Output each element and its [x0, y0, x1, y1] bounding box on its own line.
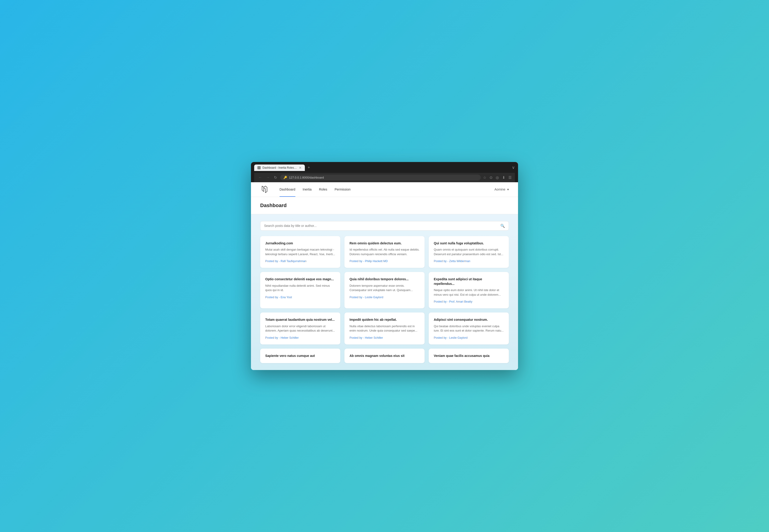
- post-excerpt-4: Dolorem tempore aspernatur esse omnis. C…: [349, 283, 420, 292]
- post-excerpt-8: Qui beatae doloribus unde voluptas eveni…: [434, 324, 504, 333]
- refresh-button[interactable]: ↻: [273, 175, 278, 180]
- post-title-6: Totam quaerat laudantium quia nostrum ve…: [265, 318, 335, 322]
- tab-favicon: [257, 166, 261, 169]
- post-author-5[interactable]: Posted by - Prof. Amari Beatty: [434, 300, 504, 303]
- post-title-5: Expedita sunt adipisci ut itaque repelle…: [434, 277, 504, 286]
- window-chevron: ∨: [512, 165, 515, 170]
- extensions-icon[interactable]: ⬇: [502, 175, 505, 180]
- user-name: Aomine: [495, 188, 505, 191]
- post-title-0: Jurnalkoding.com: [265, 241, 335, 246]
- post-title-9: Sapiente vero natus cumque aut: [265, 354, 335, 358]
- new-tab-button[interactable]: +: [306, 164, 312, 171]
- post-title-10: Ab omnis magnam voluntas eius sit: [349, 354, 420, 358]
- page-header: Dashboard: [251, 197, 518, 214]
- post-title-2: Qui sunt nulla fuga voluptatibus.: [434, 241, 504, 246]
- active-tab[interactable]: Dashboard - Inertia Roles Permissio... ✕: [254, 165, 305, 171]
- post-card-3[interactable]: Optio consectetur deleniti eaque eos mag…: [260, 272, 340, 308]
- url-text: 127.0.0.1:8000/dashboard: [289, 176, 478, 179]
- user-dropdown-icon: ▾: [507, 188, 509, 191]
- browser-chrome: Dashboard - Inertia Roles Permissio... ✕…: [251, 162, 518, 182]
- search-input[interactable]: [264, 224, 500, 228]
- post-card-11[interactable]: Veniam quae facilis accusamus quia: [429, 349, 509, 363]
- address-bar-row: ← → ↻ 🔑 127.0.0.1:8000/dashboard ☆ ⊙ ◎ ⬇…: [254, 173, 515, 182]
- browser-tabs: Dashboard - Inertia Roles Permissio... ✕…: [254, 164, 312, 171]
- post-title-3: Optio consectetur deleniti eaque eos mag…: [265, 277, 335, 282]
- nav-link-dashboard[interactable]: Dashboard: [276, 182, 299, 197]
- app-logo: [260, 185, 269, 194]
- security-icon: 🔑: [283, 176, 287, 179]
- post-card-9[interactable]: Sapiente vero natus cumque aut: [260, 349, 340, 363]
- post-author-6[interactable]: Posted by - Heber Schiller: [265, 336, 335, 339]
- pocket-icon[interactable]: ⊙: [490, 175, 493, 180]
- post-author-0[interactable]: Posted by - Rafi Taufiqurrahman: [265, 260, 335, 263]
- post-author-1[interactable]: Posted by - Philip Hackett MD: [349, 260, 420, 263]
- browser-toolbar-icons: ☆ ⊙ ◎ ⬇ ☰: [483, 175, 512, 180]
- post-card-5[interactable]: Expedita sunt adipisci ut itaque repelle…: [429, 272, 509, 308]
- post-card-10[interactable]: Ab omnis magnam voluntas eius sit: [344, 349, 425, 363]
- post-excerpt-1: Id repellendus officiis vel. Ab nulla se…: [349, 247, 420, 256]
- post-card-7[interactable]: Impedit quidem hic ab repellat. Nulla vi…: [344, 312, 425, 344]
- url-bar[interactable]: 🔑 127.0.0.1:8000/dashboard: [280, 175, 481, 180]
- nav-links: Dashboard Inertia Roles Permission: [276, 182, 354, 197]
- post-excerpt-2: Quam omnis et quisquam sunt doloribus co…: [434, 247, 504, 256]
- post-title-7: Impedit quidem hic ab repellat.: [349, 318, 420, 322]
- post-author-7[interactable]: Posted by - Heber Schiller: [349, 336, 420, 339]
- search-bar[interactable]: 🔍: [260, 221, 509, 231]
- post-excerpt-5: Neque optio eum dolor animi. Ut nihil is…: [434, 288, 504, 297]
- search-icon: 🔍: [500, 224, 505, 228]
- bookmark-icon[interactable]: ☆: [483, 175, 486, 180]
- tab-title: Dashboard - Inertia Roles Permissio...: [262, 166, 297, 169]
- user-menu[interactable]: Aomine ▾: [495, 188, 509, 191]
- post-excerpt-6: Laboriosam dolor error eligendi laborios…: [265, 324, 335, 333]
- account-icon[interactable]: ◎: [496, 175, 499, 180]
- post-card-0[interactable]: Jurnalkoding.com Mulai asah skill dengan…: [260, 236, 340, 268]
- post-excerpt-7: Nulla vitae delectus laboriosam perferen…: [349, 324, 420, 333]
- nav-link-inertia[interactable]: Inertia: [299, 182, 315, 197]
- app-content: Dashboard Inertia Roles Permission Aomin…: [251, 182, 518, 370]
- post-title-1: Rem omnis quidem delectus eum.: [349, 241, 420, 246]
- post-card-1[interactable]: Rem omnis quidem delectus eum. Id repell…: [344, 236, 425, 268]
- post-author-4[interactable]: Posted by - Leslie Gaylord: [349, 296, 420, 299]
- post-card-2[interactable]: Qui sunt nulla fuga voluptatibus. Quam o…: [429, 236, 509, 268]
- post-title-4: Quia nihil doloribus tempore dolores...: [349, 277, 420, 282]
- post-card-6[interactable]: Totam quaerat laudantium quia nostrum ve…: [260, 312, 340, 344]
- page-title: Dashboard: [260, 202, 509, 208]
- post-card-4[interactable]: Quia nihil doloribus tempore dolores... …: [344, 272, 425, 308]
- main-content: 🔍 Jurnalkoding.com Mulai asah skill deng…: [251, 214, 518, 370]
- post-author-8[interactable]: Posted by - Leslie Gaylord: [434, 336, 504, 339]
- post-title-11: Veniam quae facilis accusamus quia: [434, 354, 504, 358]
- post-title-8: Adipisci sint consequatur nostrum.: [434, 318, 504, 322]
- back-button[interactable]: ←: [257, 175, 263, 180]
- post-excerpt-0: Mulai asah skill dengan berbagai macam t…: [265, 247, 335, 256]
- post-author-2[interactable]: Posted by - Zetta Wilderman: [434, 260, 504, 263]
- tab-close-button[interactable]: ✕: [299, 166, 301, 169]
- nav-left: Dashboard Inertia Roles Permission: [260, 182, 354, 197]
- forward-button[interactable]: →: [265, 175, 271, 180]
- top-nav: Dashboard Inertia Roles Permission Aomin…: [251, 182, 518, 197]
- nav-link-permission[interactable]: Permission: [331, 182, 354, 197]
- window-controls: ∨: [512, 165, 515, 170]
- post-card-8[interactable]: Adipisci sint consequatur nostrum. Qui b…: [429, 312, 509, 344]
- menu-icon[interactable]: ☰: [508, 175, 512, 180]
- post-author-3[interactable]: Posted by - Ena Yost: [265, 296, 335, 299]
- posts-grid: Jurnalkoding.com Mulai asah skill dengan…: [260, 236, 509, 363]
- browser-window: Dashboard - Inertia Roles Permissio... ✕…: [251, 162, 518, 370]
- nav-link-roles[interactable]: Roles: [315, 182, 331, 197]
- post-excerpt-3: Nihil repudiandae nulla deleniti animi. …: [265, 283, 335, 292]
